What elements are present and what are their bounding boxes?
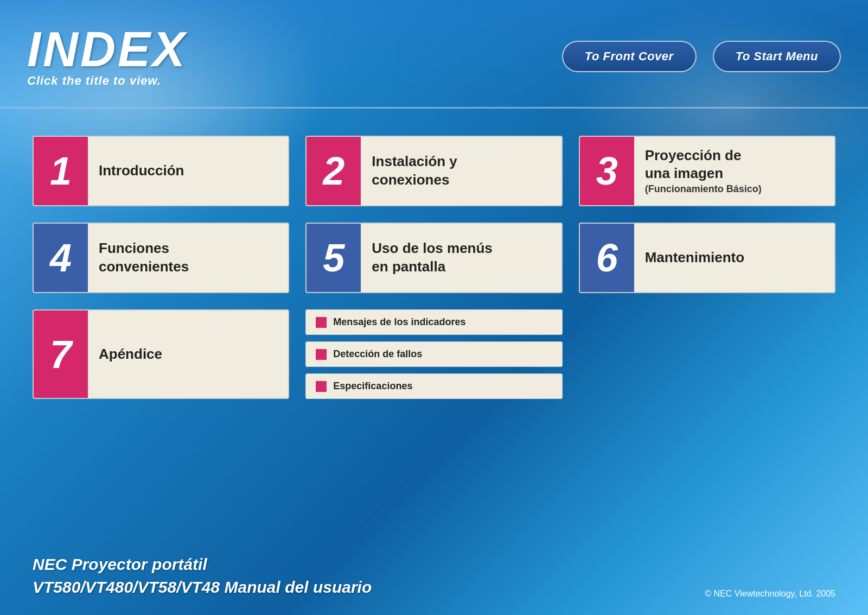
header: INDEX Click the title to view. To Front …	[0, 0, 868, 109]
item-2-label: Instalación yconexiones	[361, 137, 468, 205]
item-3-label: Proyección deuna imagen(Funcionamiento B…	[634, 137, 773, 205]
nav-buttons: To Front Cover To Start Menu	[562, 41, 841, 72]
main-content: 1 Introducción 2 Instalación yconexiones…	[0, 109, 868, 421]
row3: 7 Apéndice Mensajes de los indicadores D…	[33, 309, 835, 399]
index-item-3[interactable]: 3 Proyección deuna imagen(Funcionamiento…	[579, 136, 835, 206]
footer-title: NEC Proyector portátil VT580/VT480/VT58/…	[33, 553, 372, 599]
item-7-label: Apéndice	[88, 310, 173, 398]
item-2-number: 2	[307, 137, 361, 205]
index-item-7[interactable]: 7 Apéndice	[33, 309, 289, 399]
index-grid: 1 Introducción 2 Instalación yconexiones…	[33, 136, 835, 293]
sub-square-icon-3	[316, 381, 327, 392]
logo-area: INDEX Click the title to view.	[27, 25, 187, 88]
item-1-number: 1	[34, 137, 88, 205]
index-item-6[interactable]: 6 Mantenimiento	[579, 223, 835, 293]
subitem-especificaciones-label: Especificaciones	[333, 381, 412, 392]
subitems-container: Mensajes de los indicadores Detección de…	[305, 309, 562, 399]
subitem-mensajes-label: Mensajes de los indicadores	[333, 316, 465, 328]
item-1-label: Introducción	[88, 137, 195, 205]
item-6-number: 6	[580, 224, 634, 292]
empty-col	[579, 309, 835, 399]
logo-title: INDEX	[27, 25, 187, 74]
index-item-4[interactable]: 4 Funcionesconvenientes	[33, 223, 289, 293]
sub-square-icon-2	[316, 349, 327, 360]
item-7-number: 7	[34, 310, 88, 398]
item-4-label: Funcionesconvenientes	[88, 224, 200, 292]
subitem-mensajes[interactable]: Mensajes de los indicadores	[305, 309, 562, 335]
start-menu-button[interactable]: To Start Menu	[713, 41, 841, 72]
footer-line1: NEC Proyector portátil	[33, 553, 372, 576]
index-item-2[interactable]: 2 Instalación yconexiones	[305, 136, 562, 206]
front-cover-button[interactable]: To Front Cover	[562, 41, 697, 72]
item-5-label: Uso de los menúsen pantalla	[361, 224, 503, 292]
subitem-deteccion[interactable]: Detección de fallos	[305, 341, 562, 367]
index-item-5[interactable]: 5 Uso de los menúsen pantalla	[305, 223, 562, 293]
sub-square-icon	[316, 317, 327, 328]
subitem-especificaciones[interactable]: Especificaciones	[305, 373, 562, 399]
footer-copyright: © NEC Viewtechnology, Ltd. 2005	[705, 589, 835, 599]
item-6-label: Mantenimiento	[634, 224, 755, 292]
footer: NEC Proyector portátil VT580/VT480/VT58/…	[33, 553, 835, 599]
index-item-1[interactable]: 1 Introducción	[33, 136, 289, 206]
footer-line2: VT580/VT480/VT58/VT48 Manual del usuario	[33, 576, 372, 599]
item-5-number: 5	[307, 224, 361, 292]
subitem-deteccion-label: Detección de fallos	[333, 348, 422, 360]
item-3-number: 3	[580, 137, 634, 205]
item-4-number: 4	[34, 224, 88, 292]
